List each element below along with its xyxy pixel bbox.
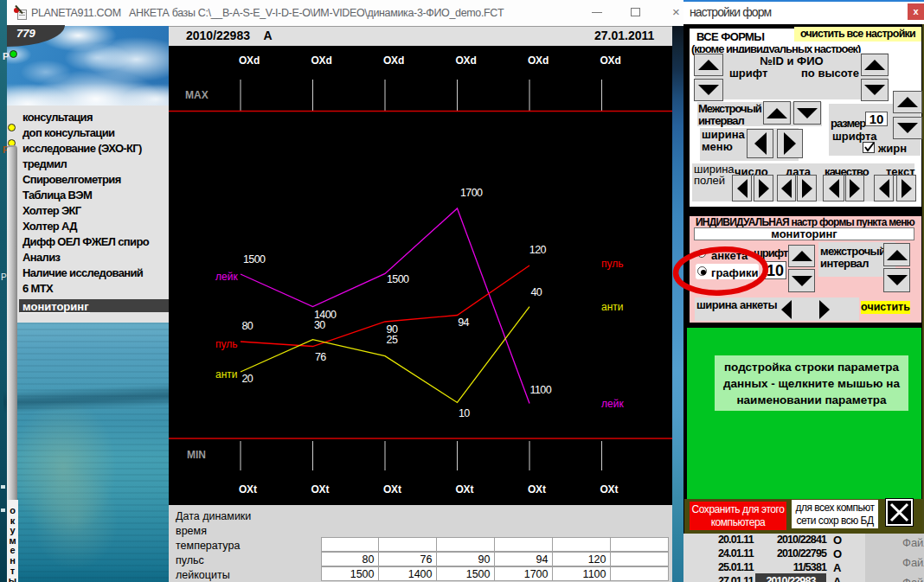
svg-text:анти: анти — [601, 301, 624, 313]
svg-text:ОХt: ОХt — [528, 483, 546, 496]
svg-text:пуль: пуль — [601, 258, 624, 270]
svg-text:1500: 1500 — [387, 273, 409, 285]
svg-text:ОХd: ОХd — [383, 54, 404, 67]
svg-text:ОХt: ОХt — [383, 483, 401, 496]
svg-text:1100: 1100 — [530, 384, 552, 396]
svg-text:ОХd: ОХd — [600, 54, 621, 67]
svg-text:10: 10 — [459, 407, 470, 419]
svg-text:ОХd: ОХd — [456, 54, 477, 67]
svg-text:ОХt: ОХt — [311, 483, 330, 496]
svg-text:120: 120 — [529, 244, 547, 256]
svg-text:ОХd: ОХd — [311, 54, 332, 67]
svg-text:1700: 1700 — [460, 187, 483, 199]
svg-text:80: 80 — [242, 320, 253, 332]
svg-text:ОХt: ОХt — [239, 483, 257, 496]
svg-text:ОХd: ОХd — [528, 54, 549, 67]
svg-text:лейк: лейк — [601, 398, 624, 410]
svg-text:ОХd: ОХd — [239, 54, 260, 67]
svg-text:MIN: MIN — [187, 449, 206, 461]
svg-text:94: 94 — [458, 317, 469, 329]
svg-text:25: 25 — [387, 334, 398, 346]
svg-text:76: 76 — [315, 351, 326, 363]
svg-text:ОХt: ОХt — [600, 483, 619, 496]
svg-text:анти: анти — [215, 368, 238, 381]
svg-text:40: 40 — [530, 286, 542, 298]
svg-text:пуль: пуль — [215, 338, 238, 350]
svg-text:лейк: лейк — [215, 271, 238, 283]
svg-text:30: 30 — [314, 319, 325, 331]
svg-text:1500: 1500 — [243, 253, 266, 265]
svg-text:20: 20 — [242, 373, 253, 385]
svg-text:MAX: MAX — [185, 89, 209, 101]
svg-text:ОХt: ОХt — [456, 483, 474, 496]
